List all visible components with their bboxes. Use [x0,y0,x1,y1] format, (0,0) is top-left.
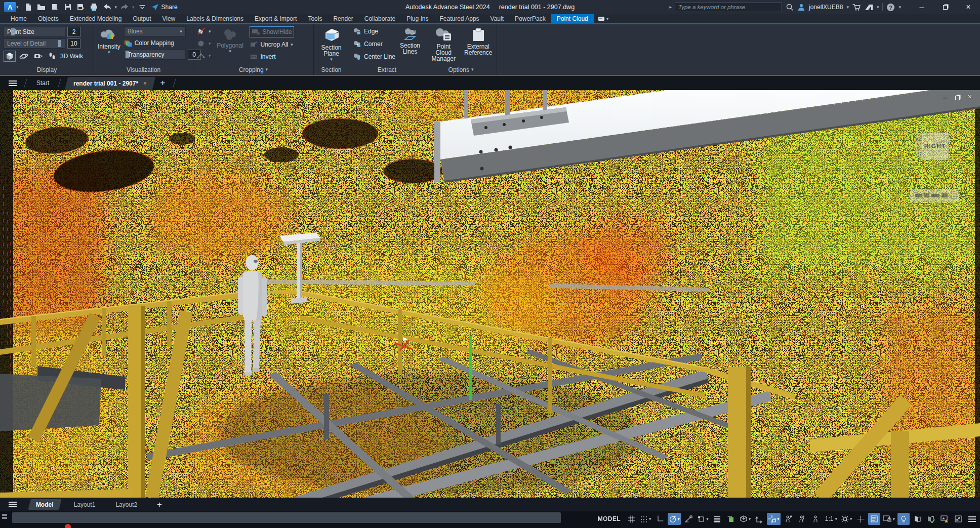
tab-objects[interactable]: Objects [32,14,64,23]
panel-label-section[interactable]: Section [314,64,349,75]
command-line-input[interactable] [12,512,561,523]
doc-tab-start[interactable]: Start [29,76,56,90]
annotation-scale-button[interactable]: 1:1▾ [823,513,838,525]
tab-point-cloud[interactable]: Point Cloud [551,14,594,23]
extract-center-line-button[interactable]: Center Line [353,52,395,62]
restore-button[interactable] [933,0,957,14]
layout-tab-layout2[interactable]: Layout2 [109,499,144,510]
isolate-objects-toggle[interactable] [897,513,910,525]
grid-toggle[interactable] [625,513,637,525]
layout-tab-layout1[interactable]: Layout1 [67,499,102,510]
save-as-icon[interactable] [75,2,87,13]
model-space-button[interactable]: MODEL [595,515,624,522]
extract-edge-button[interactable]: Edge [353,26,395,36]
level-of-detail-slider[interactable]: Level of Detail [4,38,65,49]
section-lines-button[interactable]: Section Lines [399,26,421,62]
crop-circular-icon[interactable]: ▾ [197,38,211,49]
save-icon[interactable] [62,2,73,13]
transparency-slider[interactable]: Transparency [124,50,186,60]
autodesk-caret-icon[interactable]: ▾ [877,5,879,10]
ribbon-display-toggle[interactable]: ▾ [594,14,613,23]
panel-label-cropping[interactable]: Cropping▾ [193,64,313,75]
open-folder-icon[interactable] [36,2,47,13]
viewport-close-icon[interactable]: × [968,94,972,101]
tab-export-import[interactable]: Export & Import [249,14,302,23]
panel-label-visualization[interactable]: Visualization [94,64,193,75]
undo-icon[interactable] [102,2,113,13]
dynamic-input-toggle[interactable]: ▾ [767,513,781,525]
plot-icon[interactable] [89,2,100,13]
level-of-detail-value[interactable]: 10 [67,38,80,49]
qat-customize-icon[interactable] [137,2,148,13]
lineweight-toggle[interactable] [711,513,723,525]
camera-swap-icon[interactable] [32,51,44,62]
point-cloud-manager-button[interactable]: Point Cloud Manager [429,26,459,62]
ortho-toggle[interactable] [654,513,666,525]
intensity-caret-icon[interactable]: ▾ [108,50,110,55]
crosshair-button[interactable] [854,513,867,525]
minimize-button[interactable]: ─ [910,0,933,14]
new-file-icon[interactable] [23,2,34,13]
uncrop-all-button[interactable]: Uncrop All▾ [250,39,294,50]
panel-label-options[interactable]: Options▾ [425,64,497,75]
graphics-warning-icon[interactable] [938,513,951,525]
invert-button[interactable]: Invert [250,52,294,62]
search-icon[interactable] [786,3,794,11]
annotation-visibility-toggle[interactable] [782,513,794,525]
tab-vault[interactable]: Vault [485,14,509,23]
customize-menu-icon[interactable] [966,513,978,525]
color-mapping-button[interactable]: Color Mapping [124,38,201,48]
polar-tracking-toggle[interactable]: ▾ [668,513,681,525]
autodesk-logo-icon[interactable] [865,4,873,11]
transparency-toggle[interactable] [725,513,737,525]
viewport-canvas[interactable]: RIGHT [0,90,980,498]
layout-tab-model[interactable]: Model [28,499,61,510]
tab-output[interactable]: Output [127,14,156,23]
command-line-icon[interactable] [1,513,8,521]
share-button[interactable]: Share [151,4,178,11]
new-drawing-button[interactable]: + [154,76,171,90]
open-sheet-icon[interactable] [49,2,60,13]
object-snap-toggle[interactable]: ▾ [696,513,710,525]
viewport-restore-icon[interactable] [955,96,960,100]
point-size-value[interactable]: 2 [67,27,80,37]
crop-polyline-icon[interactable]: ▾ [197,51,211,61]
point-size-slider[interactable]: Point Size [4,27,65,37]
fullscreen-toggle[interactable] [952,513,964,525]
viewcube-face-label[interactable]: RIGHT [924,143,946,150]
tab-labels-dimensions[interactable]: Labels & Dimensions [181,14,249,23]
annotation-scale-icon[interactable] [809,513,822,525]
intensity-button[interactable]: Intensity ▾ [98,26,120,62]
doc-tab-active[interactable]: render trial 001 - 2907* × [65,77,156,90]
application-menu-button[interactable]: A [4,2,16,12]
display-locking-toggle[interactable]: ▾ [882,513,896,525]
extract-corner-button[interactable]: Corner [353,39,395,49]
osnap-tracking-toggle[interactable] [682,513,695,525]
tab-collaborate[interactable]: Collaborate [359,14,401,23]
viewport-minimize-icon[interactable]: ─ [943,95,947,101]
cart-icon[interactable] [852,4,861,11]
quick-properties-toggle[interactable] [868,513,880,525]
annotation-autoscale-toggle[interactable] [796,513,808,525]
doc-tab-close-icon[interactable]: × [143,80,147,87]
application-menu-caret-icon[interactable]: ▾ [16,5,19,10]
external-reference-button[interactable]: External Reference [464,26,494,62]
osnap-3d-toggle[interactable]: ▾ [739,513,752,525]
color-scheme-dropdown[interactable]: Blues▾ [124,26,186,36]
crop-rectangular-icon[interactable]: ▾ [197,26,211,36]
section-plane-button[interactable]: Section Plane ▾ [317,26,345,62]
drawing-viewport[interactable]: ─ × [0,90,980,498]
point-cloud-display-toggle[interactable] [4,51,16,62]
panel-label-display[interactable]: Display [0,64,94,75]
help-icon[interactable]: ? [886,3,895,12]
dynamic-ucs-toggle[interactable] [753,513,765,525]
footprints-icon[interactable] [46,51,58,62]
doc-tabs-menu-icon[interactable] [3,76,22,90]
help-caret-icon[interactable]: ▾ [899,5,901,10]
undo-caret-icon[interactable]: ▾ [115,5,117,10]
tab-featured-apps[interactable]: Featured Apps [434,14,485,23]
close-button[interactable]: × [957,0,980,14]
username[interactable]: jonellXUEB8 [809,4,843,11]
ribbon-display-caret-icon[interactable]: ▾ [606,17,609,21]
user-caret-icon[interactable]: ▾ [846,5,849,10]
